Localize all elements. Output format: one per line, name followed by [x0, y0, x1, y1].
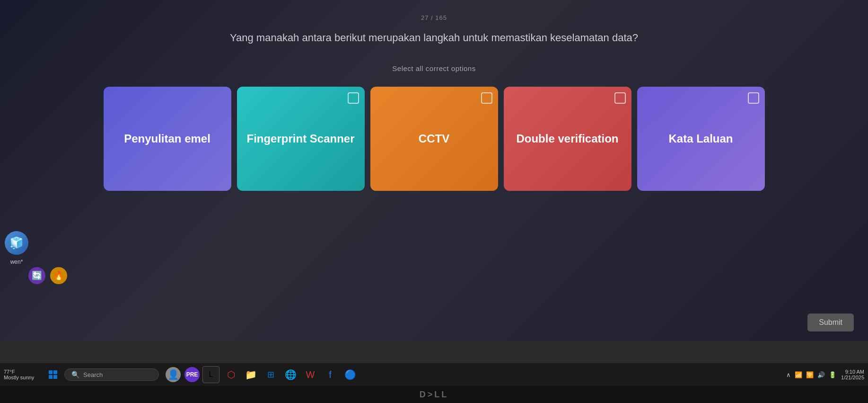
- taskbar-facebook[interactable]: f: [322, 366, 339, 383]
- card-label-2: Fingerprint Scanner: [246, 132, 354, 145]
- taskbar-right: ∧ 📶 🛜 🔊 🔋 9:10 AM 1/21/2025: [786, 369, 864, 380]
- taskbar: 77°F Mostly sunny 🔍 Search 👤 PRE L ⬡ 📁 ⊞…: [0, 363, 868, 386]
- search-icon: 🔍: [71, 371, 79, 378]
- taskbar-person-icon[interactable]: 👤: [165, 366, 182, 383]
- answer-card-3[interactable]: CCTV: [370, 87, 498, 191]
- user-area: 🧊 wen*: [5, 231, 28, 265]
- answer-card-4[interactable]: Double verification: [504, 87, 631, 191]
- card-checkbox-2[interactable]: [348, 92, 359, 104]
- answer-card-2[interactable]: Fingerprint Scanner: [237, 87, 365, 191]
- taskbar-acrobat[interactable]: ⬡: [222, 366, 239, 383]
- bezel-bottom: D>LL: [0, 386, 868, 403]
- taskbar-icons: 👤 PRE L ⬡ 📁 ⊞ 🌐 W f 🔵: [161, 366, 784, 383]
- answer-card-1[interactable]: Penyulitan emel: [104, 87, 231, 191]
- card-label-4: Double verification: [516, 132, 618, 145]
- system-icons: ∧ 📶 🛜 🔊 🔋: [786, 371, 836, 378]
- wifi-icon: 🛜: [806, 371, 814, 378]
- card-checkbox-4[interactable]: [614, 92, 626, 104]
- quiz-area: 27 / 165 Yang manakah antara berikut mer…: [0, 0, 868, 341]
- app-icons-area: 🔄 🔥: [28, 267, 67, 284]
- card-label-5: Kata Laluan: [668, 132, 733, 145]
- taskbar-edge[interactable]: 🌐: [282, 366, 299, 383]
- username: wen*: [10, 259, 23, 265]
- card-checkbox-5[interactable]: [748, 92, 759, 104]
- question-text: Yang manakah antara berikut merupakan la…: [230, 31, 638, 45]
- taskbar-files[interactable]: 📁: [242, 366, 259, 383]
- submit-area: Submit: [807, 313, 854, 331]
- submit-button[interactable]: Submit: [807, 313, 854, 331]
- card-checkbox-3[interactable]: [481, 92, 492, 104]
- taskbar-pre-icon[interactable]: PRE: [184, 367, 200, 382]
- chevron-up-icon[interactable]: ∧: [786, 371, 791, 378]
- taskbar-wps[interactable]: W: [302, 366, 319, 383]
- taskbar-chrome[interactable]: 🔵: [342, 366, 359, 383]
- question-counter: 27 / 165: [421, 14, 447, 21]
- card-label-1: Penyulitan emel: [124, 132, 210, 145]
- select-instruction: Select all correct options: [392, 64, 475, 72]
- taskbar-search[interactable]: 🔍 Search: [64, 368, 159, 381]
- person-avatar: 👤: [166, 367, 181, 382]
- windows-logo-icon: [49, 370, 57, 379]
- start-button[interactable]: [44, 365, 62, 384]
- answer-card-5[interactable]: Kata Laluan: [637, 87, 765, 191]
- volume-icon[interactable]: 🔊: [817, 371, 825, 378]
- taskbar-ms365[interactable]: ⊞: [262, 366, 279, 383]
- cards-container: Penyulitan emel Fingerprint Scanner CCTV…: [0, 87, 868, 191]
- weather-temp: 77°F: [4, 369, 37, 375]
- app-icon-2[interactable]: 🔥: [50, 267, 67, 284]
- network-icon: 📶: [795, 371, 802, 378]
- taskbar-app-l[interactable]: L: [202, 366, 219, 383]
- clock-date: 1/21/2025: [841, 375, 864, 380]
- battery-icon: 🔋: [829, 371, 836, 378]
- clock[interactable]: 9:10 AM 1/21/2025: [841, 369, 864, 380]
- app-icon-1[interactable]: 🔄: [28, 267, 45, 284]
- search-text: Search: [83, 371, 103, 378]
- avatar: 🧊: [5, 231, 28, 255]
- clock-time: 9:10 AM: [845, 369, 864, 375]
- card-label-3: CCTV: [419, 132, 449, 145]
- dell-logo: D>LL: [420, 390, 449, 400]
- weather-widget: 77°F Mostly sunny: [4, 369, 37, 380]
- weather-condition: Mostly sunny: [4, 375, 37, 380]
